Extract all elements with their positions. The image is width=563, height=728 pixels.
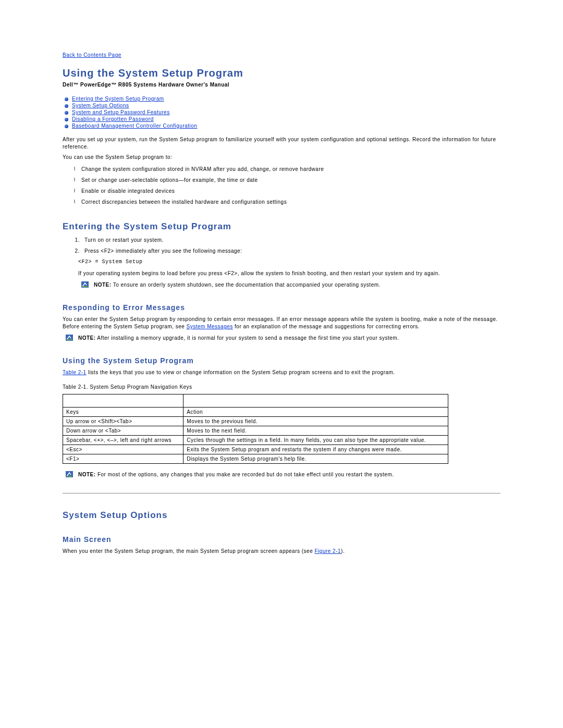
cell-action: Moves to the next field. [183,426,448,436]
list-item: Press <F2> immediately after you see the… [81,248,500,254]
note-label: NOTE: [78,472,96,477]
heading-main-screen: Main Screen [63,535,500,544]
table-header-action: Action [183,408,448,417]
table-caption: Table 2-1. System Setup Program Navigati… [63,384,500,391]
list-item: Correct discrepancies between the instal… [81,199,500,205]
cell-keys: <F1> [63,454,183,464]
list-item: Enable or disable integrated devices [81,188,500,194]
navigation-keys-table: Keys Action Up arrow or <Shift><Tab> Mov… [63,394,448,464]
table-2-1-link[interactable]: Table 2-1 [63,369,87,375]
intro-paragraph-2: You can use the System Setup program to: [63,154,500,161]
text: lists the keys that you use to view or c… [87,369,395,375]
table-row: Down arrow or <Tab> Moves to the next fi… [63,426,448,436]
cell-keys: Down arrow or <Tab> [63,426,183,436]
note-icon [81,281,89,288]
note-row: NOTE: For most of the options, any chang… [63,471,500,478]
cell-action: Exits the System Setup program and resta… [183,445,448,454]
toc-link-bmc[interactable]: Baseboard Management Controller Configur… [72,123,197,129]
note-label: NOTE: [94,282,112,288]
page-title: Using the System Setup Program [63,67,500,79]
note-row: NOTE: To ensure an orderly system shutdo… [78,281,500,289]
cell-action: Cycles through the settings in a field. … [183,436,448,445]
cell-keys: Up arrow or <Shift><Tab> [63,417,183,426]
text: When you enter the System Setup program,… [63,548,315,554]
table-row: <F1> Displays the System Setup program's… [63,454,448,464]
main-screen-paragraph: When you enter the System Setup program,… [63,548,500,555]
cell-keys: <Esc> [63,445,183,454]
heading-entering: Entering the System Setup Program [63,221,500,232]
toc-link-options[interactable]: System Setup Options [72,103,129,108]
toc-link-password[interactable]: System and Setup Password Features [72,109,170,115]
note-icon [66,335,73,341]
note-text: For most of the options, any changes tha… [96,472,394,477]
note-text: To ensure an orderly system shutdown, se… [112,282,381,288]
note-label: NOTE: [78,335,96,341]
table-row: Spacebar, <+>, <–>, left and right arrow… [63,436,448,445]
text: for an explanation of the message and su… [233,324,420,329]
cell-action: Moves to the previous field. [183,417,448,426]
subtitle: Dell™ PowerEdge™ R805 Systems Hardware O… [63,81,500,89]
intro-paragraph-1: After you set up your system, run the Sy… [63,136,500,151]
list-item: Turn on or restart your system. [81,237,500,243]
list-item: Set or change user-selectable options—fo… [81,177,500,183]
heading-responding: Responding to Error Messages [63,303,500,312]
intro-bullet-list: Change the system configuration stored i… [63,166,500,205]
text: ). [341,548,345,554]
using-paragraph: Table 2-1 lists the keys that you use to… [63,369,500,376]
code-block: <F2> = System Setup [78,259,500,265]
heading-options: System Setup Options [63,510,500,521]
table-row: <Esc> Exits the System Setup program and… [63,445,448,454]
cell-keys: Spacebar, <+>, <–>, left and right arrow… [63,436,183,445]
entering-steps: Turn on or restart your system. Press <F… [63,237,500,254]
note-text: After installing a memory upgrade, it is… [96,335,399,341]
toc-link-disabling[interactable]: Disabling a Forgotten Password [72,116,154,122]
table-row: Up arrow or <Shift><Tab> Moves to the pr… [63,417,448,426]
list-item: Change the system configuration stored i… [81,166,500,172]
table-header-keys: Keys [63,408,183,417]
divider [63,493,500,493]
entering-after-code: If your operating system begins to load … [78,270,500,277]
back-to-contents-link[interactable]: Back to Contents Page [63,52,500,58]
toc-link-entering[interactable]: Entering the System Setup Program [72,96,164,102]
heading-using: Using the System Setup Program [63,356,500,365]
note-icon [66,471,73,477]
system-messages-link[interactable]: System Messages [187,324,233,329]
note-row: NOTE: After installing a memory upgrade,… [63,335,500,342]
cell-action: Displays the System Setup program's help… [183,454,448,464]
responding-paragraph: You can enter the System Setup program b… [63,316,500,330]
toc-list: Entering the System Setup Program System… [63,96,500,129]
figure-2-1-link[interactable]: Figure 2-1 [315,548,341,554]
